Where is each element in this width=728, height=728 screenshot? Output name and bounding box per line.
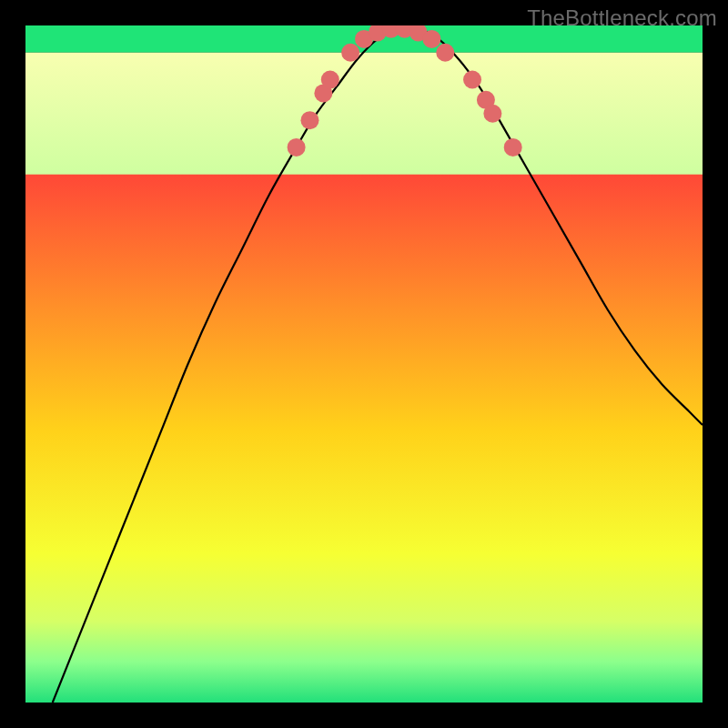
chart-frame bbox=[25, 25, 703, 703]
highlight-dot bbox=[288, 138, 306, 157]
highlight-dot bbox=[341, 44, 359, 62]
bottleneck-chart bbox=[25, 25, 703, 703]
highlight-dot bbox=[483, 105, 501, 123]
pale-yellow-band bbox=[25, 53, 703, 175]
highlight-dot bbox=[321, 71, 339, 89]
watermark-text: TheBottleneck.com bbox=[527, 5, 717, 31]
highlight-dot bbox=[422, 30, 440, 48]
highlight-dot bbox=[463, 71, 481, 89]
highlight-dot bbox=[300, 111, 318, 129]
highlight-dot bbox=[436, 44, 454, 62]
highlight-dot bbox=[504, 138, 522, 157]
